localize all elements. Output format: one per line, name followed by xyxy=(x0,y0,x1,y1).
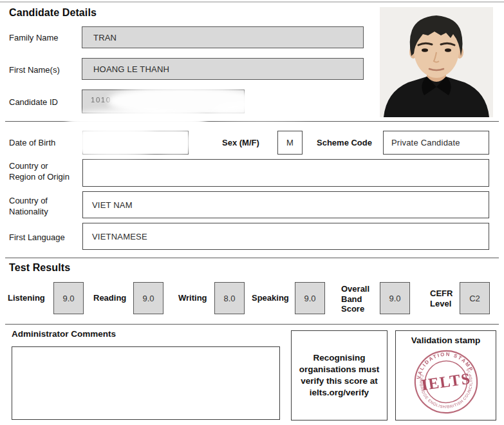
reading-label: Reading xyxy=(93,293,126,303)
section-divider-2 xyxy=(5,258,499,258)
first-language-value: VIETNAMESE xyxy=(83,232,147,241)
candidate-details-title: Candidate Details xyxy=(9,7,97,19)
origin-field[interactable] xyxy=(82,159,489,187)
admin-comments-label: Administrator Comments xyxy=(12,328,116,339)
verify-notice-box: Recognising organisations must verify th… xyxy=(291,330,387,420)
section-divider-3 xyxy=(5,324,499,325)
sex-label: Sex (M/F) xyxy=(222,138,259,149)
first-names-label: First Name(s) xyxy=(9,65,60,76)
verify-notice-text: Recognising organisations must verify th… xyxy=(299,352,380,398)
nationality-label: Country of Nationality xyxy=(9,196,75,217)
reading-score: 9.0 xyxy=(133,282,163,314)
listening-label: Listening xyxy=(8,293,45,303)
overall-band-label: Overall Band Score xyxy=(341,284,377,314)
first-language-label: First Language xyxy=(9,232,65,243)
top-divider xyxy=(0,1,504,3)
ielts-results-page: Candidate Details Family Name TRAN First… xyxy=(0,0,504,425)
redaction-smudge-dob-right xyxy=(151,130,196,155)
ielts-validation-stamp-icon: VALIDATION STAMP CAMBRIDGE ENGLISH/BRITI… xyxy=(410,346,482,417)
nationality-value: VIET NAM xyxy=(83,200,133,210)
writing-label: Writing xyxy=(178,293,207,303)
candidate-id-label: Candidate ID xyxy=(9,97,58,108)
family-name-field[interactable]: TRAN xyxy=(82,26,364,48)
test-results-title: Test Results xyxy=(9,262,70,274)
date-of-birth-label: Date of Birth xyxy=(9,138,55,149)
first-language-field[interactable]: VIETNAMESE xyxy=(82,223,489,250)
scheme-code-label: Scheme Code xyxy=(317,138,372,149)
scheme-code-field[interactable]: Private Candidate xyxy=(383,131,489,155)
writing-score: 8.0 xyxy=(214,282,245,314)
stamp-center-text: IELTS xyxy=(420,370,471,394)
redaction-smudge-dob xyxy=(61,126,164,157)
nationality-field[interactable]: VIET NAM xyxy=(82,191,489,218)
candidate-photo xyxy=(380,7,493,117)
family-name-label: Family Name xyxy=(9,33,59,44)
speaking-label: Speaking xyxy=(252,293,289,303)
family-name-value: TRAN xyxy=(82,33,117,42)
validation-stamp-title: Validation stamp xyxy=(396,335,496,345)
listening-score: 9.0 xyxy=(53,282,84,314)
first-names-field[interactable]: HOANG LE THANH xyxy=(82,58,364,80)
cefr-level-value: C2 xyxy=(460,282,490,314)
overall-band-score: 9.0 xyxy=(380,282,410,314)
admin-comments-field[interactable] xyxy=(12,346,280,420)
scheme-code-value: Private Candidate xyxy=(384,138,460,147)
redaction-smudge-tail xyxy=(212,102,309,118)
validation-stamp-box: Validation stamp VALIDATION STAMP CAMBRI… xyxy=(395,330,496,420)
sex-value: M xyxy=(286,138,294,147)
cefr-level-label: CEFR Level xyxy=(430,288,457,308)
first-names-value: HOANG LE THANH xyxy=(82,64,169,74)
speaking-score: 9.0 xyxy=(295,282,325,314)
sex-field[interactable]: M xyxy=(277,131,303,155)
origin-label: Country or Region of Origin xyxy=(9,161,75,182)
